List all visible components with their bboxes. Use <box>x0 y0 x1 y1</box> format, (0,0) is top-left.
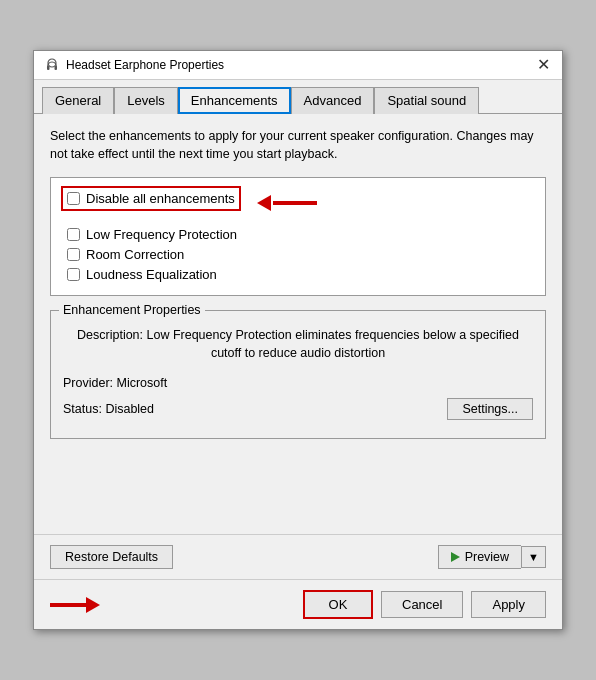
tab-bar: General Levels Enhancements Advanced Spa… <box>34 80 562 114</box>
tab-advanced[interactable]: Advanced <box>291 87 375 114</box>
enhancements-box: Disable all enhancements Low Frequency P… <box>50 177 546 296</box>
tab-spatial-sound[interactable]: Spatial sound <box>374 87 479 114</box>
ok-arrow-indicator <box>50 597 100 613</box>
provider-row: Provider: Microsoft <box>63 376 533 390</box>
tab-enhancements[interactable]: Enhancements <box>178 87 291 114</box>
preview-group: Preview ▼ <box>438 545 546 569</box>
apply-button[interactable]: Apply <box>471 591 546 618</box>
list-item: Low Frequency Protection <box>67 227 535 242</box>
properties-description: Description: Low Frequency Protection el… <box>63 327 533 362</box>
loudness-eq-label: Loudness Equalization <box>86 267 217 282</box>
disable-all-checkbox[interactable] <box>67 192 80 205</box>
loudness-eq-checkbox[interactable] <box>67 268 80 281</box>
ok-arrow-icon <box>50 597 100 613</box>
disable-all-arrow-icon <box>257 195 317 211</box>
close-button[interactable]: ✕ <box>535 57 552 73</box>
main-window: Headset Earphone Properties ✕ General Le… <box>33 50 563 630</box>
provider-label: Provider: Microsoft <box>63 376 167 390</box>
tab-general[interactable]: General <box>42 87 114 114</box>
preview-label: Preview <box>465 550 509 564</box>
ok-button[interactable]: OK <box>303 590 373 619</box>
room-correction-checkbox[interactable] <box>67 248 80 261</box>
group-box-title: Enhancement Properties <box>59 303 205 317</box>
action-buttons-bar: OK Cancel Apply <box>34 579 562 629</box>
settings-button[interactable]: Settings... <box>447 398 533 420</box>
description-text: Select the enhancements to apply for you… <box>50 128 546 163</box>
low-freq-label: Low Frequency Protection <box>86 227 237 242</box>
room-correction-label: Room Correction <box>86 247 184 262</box>
low-freq-checkbox[interactable] <box>67 228 80 241</box>
disable-all-row: Disable all enhancements <box>61 186 241 211</box>
headset-icon <box>44 57 60 73</box>
status-label: Status: Disabled <box>63 402 154 416</box>
list-item: Loudness Equalization <box>67 267 535 282</box>
bottom-bar: Restore Defaults Preview ▼ <box>34 534 562 579</box>
title-bar-left: Headset Earphone Properties <box>44 57 224 73</box>
disable-all-label: Disable all enhancements <box>86 191 235 206</box>
tab-levels[interactable]: Levels <box>114 87 178 114</box>
cancel-button[interactable]: Cancel <box>381 591 463 618</box>
properties-content: Description: Low Frequency Protection el… <box>63 321 533 420</box>
window-title: Headset Earphone Properties <box>66 58 224 72</box>
list-item: Room Correction <box>67 247 535 262</box>
preview-button[interactable]: Preview <box>438 545 521 569</box>
tab-content: Select the enhancements to apply for you… <box>34 114 562 534</box>
preview-dropdown-button[interactable]: ▼ <box>521 546 546 568</box>
status-row: Status: Disabled Settings... <box>63 398 533 420</box>
enhancement-properties-group: Enhancement Properties Description: Low … <box>50 310 546 439</box>
play-icon <box>451 552 460 562</box>
enhancement-items: Low Frequency Protection Room Correction… <box>61 227 535 282</box>
restore-defaults-button[interactable]: Restore Defaults <box>50 545 173 569</box>
title-bar: Headset Earphone Properties ✕ <box>34 51 562 80</box>
